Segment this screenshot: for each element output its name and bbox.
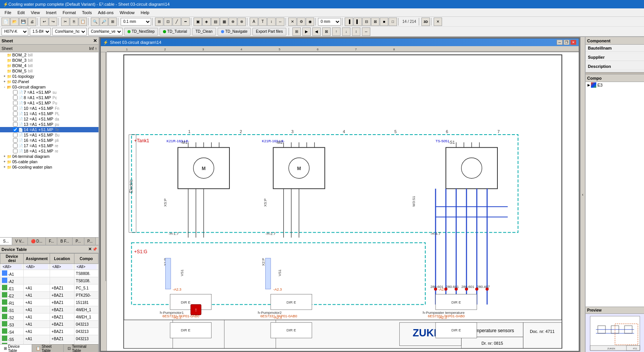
tree-expander[interactable]: + [2,165,7,169]
tb21[interactable]: ▌ [353,18,362,26]
sheet-tab-V-V...[interactable]: V V... [12,238,28,245]
sheet-tab-P...[interactable]: P... [84,238,96,245]
tree-checkbox[interactable] [13,106,18,111]
table-row[interactable]: -R1+A1+BAZ1151181 [0,299,98,306]
td-clean-btn[interactable]: TD_Clean [192,28,216,35]
tb13[interactable]: A [250,18,258,26]
menu-help[interactable]: Help [138,10,153,16]
tree-item-03-circuit-diagram[interactable]: -📂03-circuit diagram [0,84,98,90]
schematic-content[interactable]: 1 2 3 4 5 6 7 8 [101,46,579,351]
filter-loc[interactable] [52,264,73,269]
tb17[interactable]: ✕ [288,18,297,26]
table-row[interactable]: -S3+A1+BAZ1043213 [0,321,98,328]
mm-select[interactable]: 0 mm [318,18,341,26]
sheet-tab-F...[interactable]: F... [46,238,57,245]
filter-desi[interactable] [2,264,22,269]
tb8[interactable]: ◈ [202,18,211,26]
tree-checkbox[interactable] [13,111,18,116]
sheet-tab-P...[interactable]: P... [73,238,84,245]
tree-checkbox[interactable] [13,101,18,105]
close-btn[interactable]: ✕ [434,18,442,26]
sheet-panel-close[interactable]: ✕ [93,38,97,43]
tb9[interactable]: ▤ [211,18,220,26]
table-row[interactable]: -S4+A1+BAZ1043213 [0,328,98,335]
tab-terminal-table[interactable]: ⊡ Terminal Table [64,344,98,352]
tab-device-table[interactable]: ⊞ Device Table [0,344,32,352]
tree-expander[interactable]: - [2,85,7,89]
extra6[interactable]: ↓ [342,27,350,36]
menu-insert[interactable]: Insert [43,10,60,16]
device-table-pin[interactable]: 📌 [92,247,97,251]
tree-item-BOM_5[interactable]: 📁BOM_5bill [0,68,98,74]
schematic-canvas[interactable]: ZUKEN Temperature sensors Dr. nr: 0815 [107,52,579,351]
tb7[interactable]: ▣ [194,18,202,26]
tb14[interactable]: T [258,18,267,26]
core-vert-select[interactable]: CoreName_vert [88,28,123,35]
comp-expander-e3[interactable]: ▶ [586,83,591,87]
table-row[interactable]: -S1+A1+BAZ14WEH_1 [0,306,98,313]
paste-btn[interactable]: 📋 [79,18,87,26]
redo-btn[interactable]: ↪ [49,18,57,26]
tb24[interactable]: ■ [380,18,388,26]
print-btn[interactable]: 🖨 [28,18,36,26]
fit-btn[interactable]: ⊞ [108,18,117,26]
table-row[interactable]: -E2+A1+BAZ1PTK250- [0,292,98,299]
td-navigate-btn[interactable]: TD_Navigate [218,28,251,35]
tb25[interactable]: □ [389,18,397,26]
tree-item-11-=A1-+S1.MP[interactable]: 📄11 =A1 +S1.MPPL [0,111,98,116]
tree-checkbox[interactable] [13,122,18,127]
menu-format[interactable]: Format [60,10,79,16]
core-hori-select[interactable]: CoreName_hori [52,28,87,35]
snap-btn[interactable]: ⊡ [164,18,172,26]
extra5[interactable]: ↑ [332,27,341,36]
menu-view[interactable]: View [28,10,43,16]
tree-checkbox[interactable] [13,90,18,95]
tb15[interactable]: ↕ [267,18,276,26]
sheet-tab-🔴-D...[interactable]: 🔴 D... [28,238,46,245]
tree-expander[interactable]: + [2,80,7,84]
tree-item-01-topology[interactable]: +📁01-topology [0,74,98,79]
table-row[interactable]: -A1TS8808. [0,270,98,277]
tree-item-14-=A1-+S1.MP[interactable]: 📄14 =A1 +S1.MPTe [0,127,98,132]
win-close[interactable]: ✕ [570,40,576,45]
comp-tree-e3[interactable]: ▶ E3 [586,82,644,88]
filter-assign[interactable] [25,264,48,269]
tb11[interactable]: ⊕ [229,18,237,26]
table-row[interactable]: -E1+A1+BAZ1PC_5.1 [0,284,98,292]
open-btn[interactable]: 📂 [10,18,19,26]
export-parts-btn[interactable]: Export Part files [252,28,286,35]
tb20[interactable]: ▐ [345,18,353,26]
tree-expander[interactable]: + [2,154,7,158]
table-row[interactable]: -S2+A1+BAZ14WEH_1 [0,313,98,321]
win-minimize[interactable]: ─ [557,40,563,45]
tree-checkbox[interactable] [13,117,18,121]
tree-item-04-terminal-diagram[interactable]: +📁04-terminal diagram [0,154,98,159]
filter-comp[interactable] [76,264,97,269]
device-table-close[interactable]: ✕ [88,247,92,252]
tree-item-8-=A1-+S1.MP[interactable]: 📄8 =A1 +S1.MPPc [0,95,98,100]
extra7[interactable]: ↕ [352,27,360,36]
tree-item-17-=A1-+S1.MP[interactable]: 📄17 =A1 +S1.MPre [0,143,98,148]
table-row[interactable]: -S5+A1+BAZ1043213 [0,335,98,342]
extra1[interactable]: ⊞ [292,27,301,36]
cut-btn[interactable]: ✂ [61,18,69,26]
dt-col-comp[interactable]: Compo [74,254,98,264]
tb10[interactable]: ▦ [220,18,228,26]
tree-item-BOM_3[interactable]: 📁BOM_3bill [0,58,98,63]
tree-item-10-=A1-+S1.MP[interactable]: 📄10 =A1 +S1.MPFn [0,106,98,111]
menu-tools[interactable]: Tools [79,10,95,16]
tree-item-9-=A1-+S1.MP[interactable]: 📄9 =A1 +S1.MPPu [0,100,98,106]
win-restore[interactable]: ❐ [563,40,570,45]
tree-item-13-=A1-+S1.MP[interactable]: 📄13 =A1 +S1.MPpu [0,122,98,127]
save-btn[interactable]: 💾 [19,18,27,26]
line-btn[interactable]: ╱ [173,18,181,26]
extra4[interactable]: ⊠ [322,27,331,36]
menu-edit[interactable]: Edit [15,10,28,16]
d3-btn[interactable]: 3D [421,18,430,26]
sheet-tab-S...[interactable]: S... [0,238,12,245]
wire-btn[interactable]: ━ [181,18,190,26]
tb22[interactable]: ⊟ [362,18,371,26]
tree-expander[interactable]: + [2,74,7,78]
tree-item-05-cable-plan[interactable]: +📁05-cable plan [0,159,98,164]
tb19[interactable]: ◉ [306,18,314,26]
